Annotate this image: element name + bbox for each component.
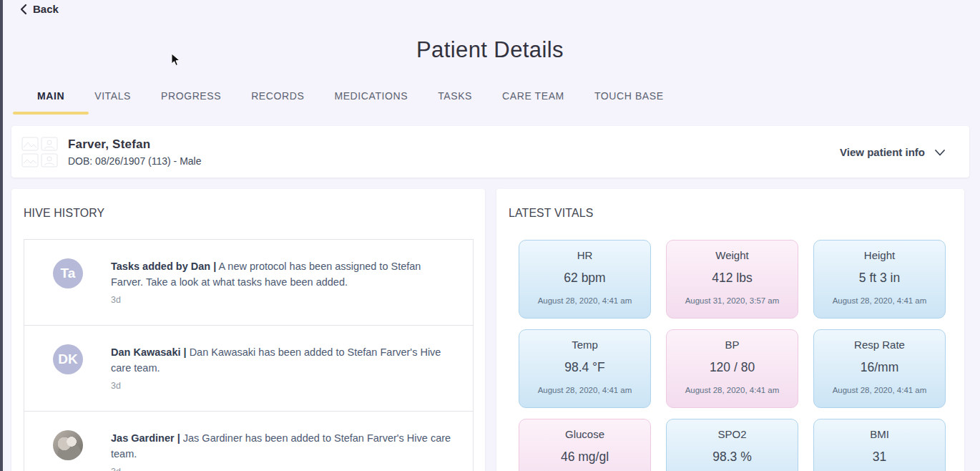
patient-dob: DOB: 08/26/1907 (113) - Male — [68, 155, 202, 167]
vital-label: Glucose — [519, 428, 650, 440]
vital-card-hr[interactable]: HR 62 bpm August 28, 2020, 4:41 am — [519, 240, 651, 319]
avatar-photo — [53, 430, 83, 460]
vital-label: Temp — [519, 339, 650, 351]
vital-label: Weight — [667, 249, 798, 261]
avatar-initials: Ta — [53, 258, 83, 288]
tab-care-team[interactable]: CARE TEAM — [502, 90, 564, 115]
page-title: Patient Details — [0, 37, 980, 63]
hive-item-text: Tasks added by Dan | A new protocol has … — [111, 258, 451, 290]
vital-date: August 28, 2020, 4:41 am — [519, 386, 650, 394]
back-label: Back — [33, 3, 59, 15]
tab-bar: MAIN VITALS PROGRESS RECORDS MEDICATIONS… — [37, 90, 664, 115]
tab-tasks[interactable]: TASKS — [438, 90, 472, 115]
hive-item-title: Tasks added by Dan | — [111, 261, 216, 272]
tab-touch-base[interactable]: TOUCH BASE — [594, 90, 664, 115]
vital-card-bmi[interactable]: BMI 31 — [813, 419, 946, 471]
hive-item-text: Dan Kawasaki | Dan Kawasaki has been add… — [111, 344, 451, 376]
hive-item-time: 3d — [111, 464, 451, 471]
vital-card-temp[interactable]: Temp 98.4 °F August 28, 2020, 4:41 am — [519, 329, 651, 408]
vital-date: August 28, 2020, 4:41 am — [667, 386, 798, 394]
view-patient-info-button[interactable]: View patient info — [840, 146, 945, 158]
image-placeholder-icon — [21, 153, 39, 167]
vital-label: SPO2 — [667, 428, 798, 440]
tab-medications[interactable]: MEDICATIONS — [334, 90, 408, 115]
vital-value: 120 / 80 — [667, 360, 798, 375]
hive-item-title: Jas Gardiner | — [111, 432, 180, 444]
chevron-down-icon — [935, 146, 945, 158]
vital-label: Resp Rate — [814, 339, 945, 351]
vital-label: HR — [519, 249, 650, 261]
view-patient-info-label: View patient info — [840, 146, 925, 158]
vital-card-spo2[interactable]: SPO2 98.3 % — [666, 419, 798, 471]
hive-history-panel: HIVE HISTORY Ta Tasks added by Dan | A n… — [11, 189, 485, 471]
patient-photo-placeholders — [21, 137, 58, 167]
vital-value: 98.3 % — [667, 450, 798, 465]
sidebar-edge — [0, 0, 3, 471]
vital-card-weight[interactable]: Weight 412 lbs August 31, 2020, 3:57 am — [666, 240, 798, 319]
patient-summary-bar: Farver, Stefan DOB: 08/26/1907 (113) - M… — [11, 126, 969, 178]
hive-history-list: Ta Tasks added by Dan | A new protocol h… — [24, 239, 474, 471]
image-placeholder-icon — [21, 137, 39, 151]
tab-progress[interactable]: PROGRESS — [161, 90, 221, 115]
latest-vitals-panel: LATEST VITALS HR 62 bpm August 28, 2020,… — [496, 189, 964, 471]
vital-value: 46 mg/gl — [519, 450, 650, 465]
tab-records[interactable]: RECORDS — [251, 90, 304, 115]
vital-value: 16/mm — [814, 360, 945, 375]
vital-card-bp[interactable]: BP 120 / 80 August 28, 2020, 4:41 am — [666, 329, 798, 408]
vital-date: August 28, 2020, 4:41 am — [814, 296, 945, 305]
hive-history-heading: HIVE HISTORY — [24, 206, 104, 220]
vital-label: BMI — [814, 428, 945, 440]
vital-card-height[interactable]: Height 5 ft 3 in August 28, 2020, 4:41 a… — [813, 240, 946, 319]
vital-value: 62 bpm — [519, 271, 650, 286]
hive-item-text: Jas Gardiner | Jas Gardiner has been add… — [111, 430, 451, 462]
vital-date: August 31, 2020, 3:57 am — [667, 296, 798, 305]
hive-item-title: Dan Kawasaki | — [111, 346, 187, 358]
hive-history-item[interactable]: Ta Tasks added by Dan | A new protocol h… — [24, 240, 473, 325]
vitals-grid: HR 62 bpm August 28, 2020, 4:41 am Weigh… — [519, 240, 946, 471]
tab-vitals[interactable]: VITALS — [94, 90, 131, 115]
vital-value: 412 lbs — [667, 271, 798, 286]
vital-value: 98.4 °F — [519, 360, 650, 375]
image-placeholder-icon — [41, 153, 58, 167]
hive-item-time: 3d — [111, 378, 451, 394]
hive-item-time: 3d — [111, 292, 451, 308]
vital-card-glucose[interactable]: Glucose 46 mg/gl — [519, 419, 651, 471]
avatar-initials: DK — [53, 344, 83, 374]
patient-name: Farver, Stefan — [68, 137, 202, 152]
vital-value: 31 — [814, 450, 945, 465]
chevron-left-icon — [20, 4, 27, 15]
hive-history-item[interactable]: Jas Gardiner | Jas Gardiner has been add… — [24, 411, 473, 471]
hive-history-item[interactable]: DK Dan Kawasaki | Dan Kawasaki has been … — [24, 325, 473, 411]
vital-card-resp-rate[interactable]: Resp Rate 16/mm August 28, 2020, 4:41 am — [813, 329, 946, 408]
vital-label: Height — [814, 249, 945, 261]
tab-main[interactable]: MAIN — [37, 90, 64, 115]
vital-value: 5 ft 3 in — [814, 271, 945, 286]
latest-vitals-heading: LATEST VITALS — [509, 206, 593, 220]
vital-date: August 28, 2020, 4:41 am — [519, 296, 650, 305]
vital-date: August 28, 2020, 4:41 am — [814, 386, 945, 394]
back-button[interactable]: Back — [20, 3, 59, 15]
image-placeholder-icon — [41, 137, 58, 151]
vital-label: BP — [667, 339, 798, 351]
